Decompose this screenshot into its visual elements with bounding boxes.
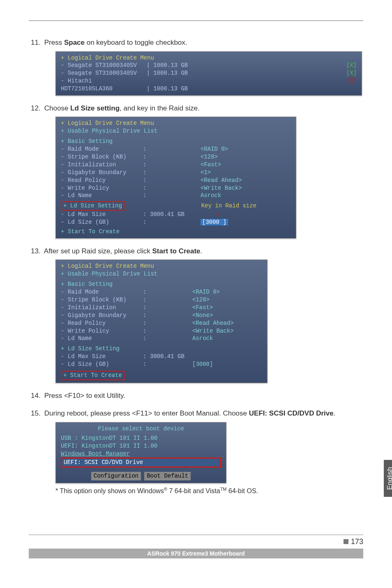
step-text: After set up Raid size, please click <box>44 247 152 255</box>
bios-section: + Basic Setting <box>61 280 262 288</box>
arrow-down-icon: ⬇ <box>217 211 221 218</box>
step-text: . <box>201 247 203 255</box>
bios-section: + Ld Size Setting <box>61 345 262 353</box>
bios-row: - Ld Name:Asrock <box>61 335 262 342</box>
page-footer: 173 ASRock 970 Extreme3 Motherboard <box>29 535 363 558</box>
step-text: Choose <box>44 104 70 112</box>
step-15: 15. During reboot, please press <F11> to… <box>43 408 363 496</box>
step-text: During reboot, please press <F11> to ent… <box>44 409 249 417</box>
bios-start: + Start To Create <box>61 228 291 236</box>
step-text: on keyboard to toggle checkbox. <box>85 39 187 46</box>
key-in-note: Key in Raid size <box>201 202 256 209</box>
bios-screenshot-12: + Logical Drive Create Menu + Usable Phy… <box>55 117 296 238</box>
configuration-button: Configuration <box>91 472 141 480</box>
step-11: 11. Press Space on keyboard to toggle ch… <box>43 37 363 96</box>
bios-row: - Gigabyte Boundary:<None> <box>61 312 262 319</box>
bios-row: - Ld Max Size: 3000.41 GB⬇ <box>61 211 291 218</box>
step-text: Press <box>44 39 64 46</box>
instruction-list: 11. Press Space on keyboard to toggle ch… <box>29 37 363 496</box>
step-number: 15. <box>31 408 42 419</box>
step-14: 14. Press <F10> to exit Utility. <box>43 390 363 401</box>
bios-screenshot-13: + Logical Drive Create Menu + Usable Phy… <box>55 260 267 383</box>
bios-header: + Logical Drive Create Menu <box>61 54 357 62</box>
bios-row: - Read Policy:<Read Ahead> <box>61 177 291 184</box>
step-text: Press <F10> to exit Utility. <box>44 392 125 400</box>
step-number: 14. <box>31 390 42 401</box>
top-rule <box>29 21 363 21</box>
step-bold: UEFI: SCSI CD/DVD Drive <box>249 409 334 417</box>
bios-row: - Raid Mode:<RAID 0> <box>61 288 262 296</box>
footer-title: ASRock 970 Extreme3 Motherboard <box>29 549 363 558</box>
bios-screenshot-15: Please select boot device USB : Kingston… <box>55 422 226 483</box>
registered-icon: ® <box>164 487 167 492</box>
bios-row: - Stripe Block (KB):<128> <box>61 296 262 304</box>
step-12: 12. Choose Ld Size setting, and key in t… <box>43 103 363 239</box>
bios-row: - Ld Size (GB):[3000] <box>61 361 262 368</box>
bios-header: + Logical Drive Create Menu <box>61 119 291 127</box>
bios-header: + Logical Drive Create Menu <box>61 262 262 270</box>
ld-size-setting-highlight: + Ld Size Setting <box>61 201 125 211</box>
page-number: 173 <box>29 535 363 546</box>
boot-item: UEFI: KingstonDT 101 II 1.00 <box>61 442 221 450</box>
bios-screenshot-11: + Logical Drive Create Menu - Seagate ST… <box>55 51 362 96</box>
boot-item-highlight: UEFI: SCSI CD/DVD Drive <box>61 457 221 468</box>
ld-size-input: [3000 ] <box>201 219 228 225</box>
checkbox-icon: [X] <box>346 62 357 69</box>
boot-item: USB : KingstonDT 101 II 1.00 <box>61 434 221 442</box>
bios-row: - Write Policy:<Write Back> <box>61 184 291 192</box>
step-number: 13. <box>31 246 42 257</box>
bios-row: + Ld Size Setting Key in Raid size <box>61 201 291 211</box>
bios-drive-row: - Seagate ST31000340SV | 1000.13 GB [X] <box>61 69 357 77</box>
bios-sub: + Usable Physical Drive List <box>61 270 262 278</box>
bios-drive-row: - Hitachi HDT721010SLA360 | 1000.13 GB [… <box>61 77 357 93</box>
checkbox-icon: [X] <box>346 69 357 77</box>
step-13: 13. After set up Raid size, please click… <box>43 246 363 383</box>
bios-row: - Ld Name:Asrock <box>61 192 291 200</box>
bios-row: - Initialization:<Fast> <box>61 304 262 312</box>
step-bold: Ld Size setting <box>70 104 120 112</box>
bios-section: + Basic Setting <box>61 138 291 145</box>
bios-row: - Stripe Block (KB):<128> <box>61 153 291 161</box>
footnote: * This option only shows on Windows® 7 6… <box>55 486 363 496</box>
bios-row: - Read Policy:<Read Ahead> <box>61 319 262 327</box>
bios-row: - Initialization:<Fast> <box>61 161 291 169</box>
start-to-create-highlight: + Start To Create <box>61 371 262 380</box>
step-number: 11. <box>31 37 42 48</box>
step-bold: Start to Create <box>152 247 200 255</box>
bios-sub: + Usable Physical Drive List <box>61 127 291 135</box>
bios-row: - Raid Mode:<RAID 0> <box>61 145 291 153</box>
trademark-icon: TM <box>220 487 227 492</box>
bios-row: - Ld Max Size: 3000.41 GB <box>61 353 262 361</box>
boot-default-button: Boot Default <box>144 472 191 480</box>
boot-title: Please select boot device <box>61 425 221 433</box>
bios-drive-row: - Seagate ST31000340SV | 1000.13 GB [X] <box>61 62 357 69</box>
step-bold: Space <box>64 39 85 46</box>
bios-row: - Gigabyte Boundary:<1> <box>61 169 291 177</box>
step-text: . <box>334 409 336 417</box>
boot-item: Windows Boot Manager <box>61 450 221 458</box>
language-tab: English <box>384 460 392 497</box>
bios-row: - Write Policy:<Write Back> <box>61 327 262 335</box>
step-text: , and key in the Raid size. <box>120 104 200 112</box>
checkbox-icon: [X] <box>346 77 357 85</box>
bios-row: - Ld Size (GB):[3000 ] <box>61 218 291 226</box>
step-number: 12. <box>31 103 42 114</box>
